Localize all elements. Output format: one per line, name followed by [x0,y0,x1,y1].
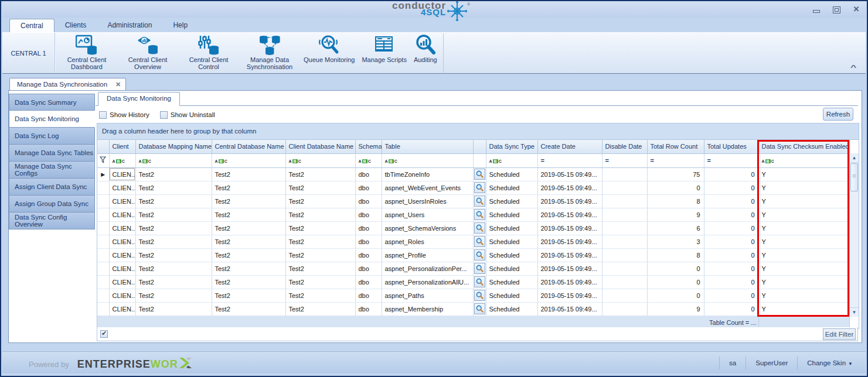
filter-cell-mapping[interactable]: ABC [135,153,212,167]
row-cell-central[interactable]: Test2 [212,248,285,262]
row-cell-created[interactable]: 2019-05-15 09:49... [537,302,602,316]
doc-tab-manage-data-synchronisation[interactable]: Manage Data Synchronisation ✕ [9,78,126,90]
ribbon-tab-administration[interactable]: Administration [97,19,162,32]
row-cell-type[interactable]: Scheduled [486,181,537,194]
row-cell-updates[interactable]: 0 [704,221,758,235]
zoom-row-button[interactable] [474,182,485,193]
row-cell-table[interactable]: aspnet_Roles [382,235,473,248]
row-cell-client_db[interactable]: Test2 [285,221,355,235]
row-cell-schema[interactable]: dbo [355,302,382,316]
filter-cell-checksum[interactable]: ABC [758,153,849,167]
row-cell-updates[interactable]: 0 [704,181,758,194]
row-cell-type[interactable]: Scheduled [486,194,537,208]
ribbon-item-auditing[interactable]: Auditing [410,33,441,63]
row-cell-type[interactable]: Scheduled [486,302,537,316]
filter-cell-type[interactable]: ABC [486,153,537,167]
row-cell-created[interactable]: 2019-05-15 09:49... [537,262,602,275]
row-cell-client_db[interactable]: Test2 [285,289,355,302]
row-cell-table[interactable]: aspnet_PersonalizationAllU... [382,275,473,289]
row-cell-type[interactable]: Scheduled [486,248,537,262]
row-cell-schema[interactable]: dbo [355,275,382,289]
row-cell-created[interactable]: 2019-05-15 09:49... [537,167,602,181]
row-cell-created[interactable]: 2019-05-15 09:49... [537,289,602,302]
filter-cell-created[interactable]: = [537,153,602,167]
row-cell-checksum[interactable]: Y [758,167,849,181]
change-skin-dropdown[interactable]: Change Skin▼ [797,357,862,369]
row-cell-central[interactable]: Test2 [212,235,285,248]
row-cell-schema[interactable]: dbo [355,194,382,208]
abc-filter-icon[interactable]: ABC [385,157,397,164]
collapse-ribbon-icon[interactable]: ^ [850,64,856,71]
ribbon-item-central-client-dashboard[interactable]: Central Client Dashboard [56,33,117,70]
row-cell-client_db[interactable]: Test2 [285,194,355,208]
column-header-mapping[interactable]: Database Mapping Name [135,140,212,153]
ribbon-tab-clients[interactable]: Clients [55,19,97,32]
row-cell-type[interactable]: Scheduled [486,275,537,289]
row-cell-central[interactable]: Test2 [212,302,285,316]
row-cell-client[interactable]: CLIEN... [109,248,135,262]
row-cell-table[interactable]: aspnet_Users [382,208,473,221]
row-cell-table[interactable]: aspnet_WebEvent_Events [382,181,473,194]
ribbon-tab-central[interactable]: Central [9,19,55,32]
row-cell-updates[interactable]: 0 [704,275,758,289]
row-cell-mapping[interactable]: Test2 [135,208,212,221]
row-cell-updates[interactable]: 0 [704,194,758,208]
abc-filter-icon[interactable]: ABC [113,157,125,164]
row-cell-checksum[interactable]: Y [758,194,849,208]
column-header-central[interactable]: Central Database Name [212,140,285,153]
row-cell-schema[interactable]: dbo [355,248,382,262]
zoom-row-button[interactable] [474,303,485,314]
row-cell-row_count[interactable]: 0 [647,289,704,302]
row-cell-mapping[interactable]: Test2 [135,248,212,262]
column-header-zoom[interactable] [473,140,486,153]
abc-filter-icon[interactable]: ABC [359,157,371,164]
row-cell-schema[interactable]: dbo [355,289,382,302]
minimize-button[interactable] [812,5,821,13]
row-cell-type[interactable]: Scheduled [486,262,537,275]
table-row[interactable]: ▶CLIEN...Test2Test2Test2dbotbTimeZoneInf… [97,167,849,181]
abc-filter-icon[interactable]: ABC [215,157,227,164]
row-cell-row_count[interactable]: 0 [647,275,704,289]
table-row[interactable]: CLIEN...Test2Test2Test2dboaspnet_Persona… [97,262,849,275]
column-header-row_count[interactable]: Total Row Count [647,140,704,153]
row-cell-table[interactable]: tbTimeZoneInfo [382,167,473,181]
zoom-row-button[interactable] [474,236,485,247]
abc-filter-icon[interactable]: ABC [489,157,502,164]
zoom-row-button[interactable] [474,196,485,207]
row-cell-created[interactable]: 2019-05-15 09:49... [537,235,602,248]
row-cell-checksum[interactable]: Y [758,275,849,289]
row-cell-row_count[interactable]: 8 [647,194,704,208]
scroll-down-icon[interactable]: ▼ [850,307,859,317]
zoom-row-button[interactable] [474,290,485,301]
filter-cell-client[interactable]: ABC [109,153,135,167]
row-cell-disabled[interactable] [602,302,647,316]
row-cell-table[interactable]: aspnet_UsersInRoles [382,194,473,208]
filter-cell-client_db[interactable]: ABC [285,153,355,167]
row-cell-schema[interactable]: dbo [355,262,382,275]
row-cell-client_db[interactable]: Test2 [285,248,355,262]
checkbox-show-history[interactable] [99,111,107,119]
row-cell-updates[interactable]: 0 [704,262,758,275]
sidebar-item-assign-client-data-sync[interactable]: Assign Client Data Sync [9,179,95,196]
filter-cell-row_count[interactable]: = [647,153,704,167]
checkbox-show-uninstall[interactable] [160,111,168,119]
ribbon-item-central-client-overview[interactable]: Central Client Overview [117,33,178,70]
row-cell-row_count[interactable]: 9 [647,208,704,221]
row-cell-client_db[interactable]: Test2 [285,181,355,194]
table-row[interactable]: CLIEN...Test2Test2Test2dboaspnet_Members… [97,302,849,316]
table-row[interactable]: CLIEN...Test2Test2Test2dboaspnet_Paths S… [97,289,849,302]
column-header-checksum[interactable]: Data Sync Checksum Enabled [758,140,849,153]
row-cell-client[interactable]: CLIEN... [109,302,135,316]
row-cell-row_count[interactable]: 8 [647,248,704,262]
row-cell-type[interactable]: Scheduled [486,221,537,235]
scroll-thumb[interactable] [850,163,858,191]
row-cell-schema[interactable]: dbo [355,208,382,221]
row-cell-schema[interactable]: dbo [355,235,382,248]
row-cell-client_db[interactable]: Test2 [285,235,355,248]
filter-cell-indicator[interactable] [97,153,109,167]
row-cell-checksum[interactable]: Y [758,208,849,221]
row-cell-disabled[interactable] [602,194,647,208]
row-cell-central[interactable]: Test2 [212,221,285,235]
row-cell-client[interactable]: CLIEN... [109,221,135,235]
row-cell-disabled[interactable] [602,248,647,262]
